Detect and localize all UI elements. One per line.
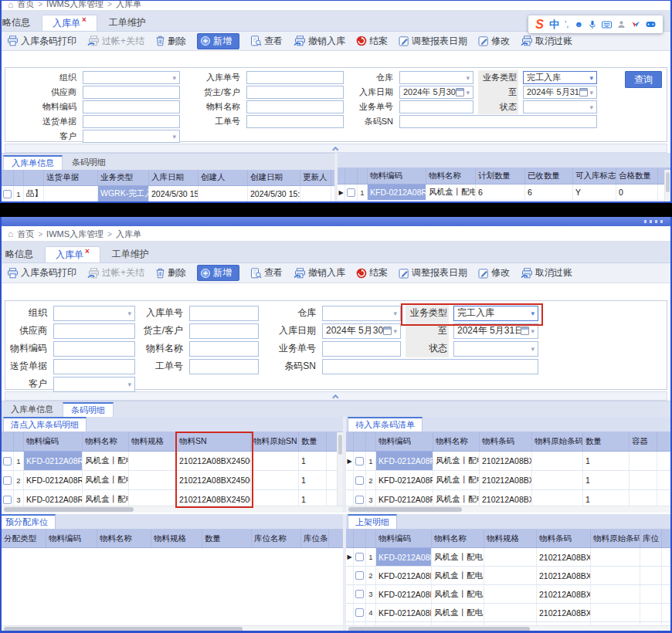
calendar-icon[interactable]: [383, 327, 392, 335]
field-status[interactable]: ▾: [523, 100, 597, 113]
table-row[interactable]: 2KFD-0212A08R-A0风机盒丨配电...210212A08BX2...…: [346, 471, 670, 490]
toolbar-button-2[interactable]: 删除: [155, 266, 186, 279]
toolbar-button-9[interactable]: 取消过账: [521, 35, 572, 48]
column-header[interactable]: 业务类型: [98, 170, 149, 185]
breadcrumb-item[interactable]: 首页: [17, 1, 34, 10]
scrollbar-thumb[interactable]: [348, 507, 462, 512]
column-header[interactable]: 容器: [630, 432, 657, 451]
field-material-name[interactable]: [189, 341, 259, 357]
field-barcode-sn[interactable]: [399, 115, 597, 128]
table-row[interactable]: ▶1KFD-0212A08R-A0风机盒丨配电...210212A08BX2..…: [346, 548, 670, 567]
field-material-name[interactable]: [246, 100, 344, 113]
tab-0[interactable]: 略信息: [0, 15, 40, 31]
column-header[interactable]: 物料名称: [432, 530, 484, 547]
panel-tab-prealloc[interactable]: 预分配库位: [0, 514, 56, 529]
horizontal-scrollbar[interactable]: [2, 506, 343, 513]
field-date-from[interactable]: 2024年 5月30日▾: [399, 86, 473, 99]
row-checkbox[interactable]: [355, 457, 364, 465]
row-checkbox[interactable]: [355, 571, 364, 580]
column-header[interactable]: 库位: [640, 530, 662, 547]
keyboard-icon[interactable]: [602, 21, 612, 29]
column-header[interactable]: 入库日期: [149, 170, 199, 185]
table-row[interactable]: 3KFD-0212A08R-A0风机盒丨配电...210212A08BX2450…: [2, 490, 343, 506]
person-icon[interactable]: [617, 20, 626, 29]
panel-tab-pending[interactable]: 待入库条码清单: [348, 417, 423, 432]
punctuation-icon[interactable]: ’,: [565, 20, 569, 29]
toolbar-button-6[interactable]: 结案: [356, 35, 388, 48]
toolbar-button-0[interactable]: 入库条码打印: [7, 35, 76, 48]
emoji-icon[interactable]: ☻: [574, 20, 583, 29]
column-header[interactable]: 物料原始条码: [591, 530, 640, 547]
field-delivery-doc[interactable]: [53, 359, 135, 374]
breadcrumb-item[interactable]: 首页: [17, 228, 34, 240]
column-header[interactable]: 分配类型: [2, 530, 46, 547]
field-date-from[interactable]: 2024年 5月30日▾: [322, 323, 401, 339]
field-status[interactable]: ▾: [453, 341, 538, 357]
field-date-to[interactable]: 2024年 5月31日▾: [453, 323, 538, 339]
row-checkbox[interactable]: [347, 188, 355, 197]
column-header[interactable]: 物料名称: [97, 530, 151, 547]
breadcrumb-item[interactable]: 入库单: [116, 1, 141, 10]
toolbar-button-8[interactable]: 修改: [478, 266, 510, 279]
toolbar-button-4[interactable]: 查看: [250, 266, 283, 279]
column-header[interactable]: 物料编码: [376, 530, 432, 547]
toolbar-button-5[interactable]: 撤销入库: [294, 266, 345, 279]
tab-1[interactable]: 入库单×: [45, 246, 100, 262]
column-header[interactable]: 创建日期: [248, 170, 300, 185]
toolbar-button-7[interactable]: 调整报表日期: [399, 266, 467, 279]
microphone-icon[interactable]: [589, 20, 596, 29]
tab-0[interactable]: 略信息: [0, 246, 43, 262]
toolbar-button-3[interactable]: 新增: [197, 33, 239, 49]
scrollbar-thumb[interactable]: [4, 627, 243, 631]
field-warehouse[interactable]: ▾: [399, 71, 473, 84]
row-checkbox[interactable]: [3, 457, 12, 465]
row-checkbox[interactable]: [355, 608, 364, 617]
field-work-order[interactable]: [189, 359, 259, 374]
panel-tab-shelving[interactable]: 上架明细: [348, 514, 397, 529]
toolbar-button-1[interactable]: 过帐+关结: [87, 35, 144, 48]
collapse-bar[interactable]: [5, 144, 667, 153]
skin-theme-icon[interactable]: [631, 20, 640, 29]
toolbar-button-6[interactable]: 结案: [356, 266, 388, 279]
table-row[interactable]: 4KFD-0212A08R-A0风机盒丨配电...210212A08BX2...: [346, 604, 670, 622]
field-org[interactable]: ▾: [53, 306, 135, 321]
column-header[interactable]: 已收数量: [525, 168, 573, 184]
column-header[interactable]: 物料编码: [368, 168, 426, 184]
vertical-scrollbar[interactable]: [664, 170, 670, 203]
detail-tab-1[interactable]: 条码明细: [63, 402, 114, 417]
calendar-icon[interactable]: [521, 327, 529, 335]
tab-2[interactable]: 工单维护: [102, 246, 159, 262]
column-header[interactable]: 计划数量: [476, 168, 525, 184]
table-row[interactable]: 1品】WGRK-完工入库2024/5/30 15:322024/5/30 15:…: [2, 186, 334, 202]
column-header[interactable]: 物料条码: [480, 432, 532, 451]
horizontal-scrollbar[interactable]: [2, 625, 343, 632]
tab-close-icon[interactable]: ×: [85, 247, 90, 256]
column-header[interactable]: 物料名称: [83, 432, 129, 451]
field-material-code[interactable]: [83, 100, 180, 113]
breadcrumb-item[interactable]: 入库单: [116, 228, 141, 240]
column-header[interactable]: 物料原始SN: [251, 432, 299, 451]
field-inbound-no[interactable]: [189, 306, 259, 321]
row-checkbox[interactable]: [3, 476, 12, 485]
table-row[interactable]: 1KFD-0212A08R-A0风机盒丨配电...210212A08BX2450…: [2, 452, 343, 471]
breadcrumb-item[interactable]: IWMS入库管理: [46, 1, 104, 10]
table-row[interactable]: 2KFD-0212A08R-A0风机盒丨配电...210212A08BX2450…: [2, 471, 343, 490]
scrollbar-thumb[interactable]: [338, 435, 342, 455]
toolbar-button-7[interactable]: 调整报表日期: [399, 35, 467, 48]
table-row[interactable]: 3KFD-0212A08R-A0风机盒丨配电...210212A08BX2...: [346, 585, 670, 604]
row-checkbox[interactable]: [355, 496, 364, 504]
row-checkbox[interactable]: [355, 476, 364, 485]
table-row[interactable]: 3KFD-0212A08R-A0风机盒丨配电...210212A08BX2...…: [346, 490, 670, 506]
field-supplier[interactable]: [53, 323, 135, 339]
column-header[interactable]: 库位条: [301, 530, 329, 547]
scrollbar-thumb[interactable]: [4, 507, 134, 512]
tab-1[interactable]: 入库单×: [42, 15, 97, 31]
column-header[interactable]: 物料编码: [376, 432, 433, 451]
field-org[interactable]: ▾: [83, 71, 180, 84]
field-work-order[interactable]: [246, 115, 344, 128]
toolbar-button-1[interactable]: 过帐+关结: [87, 266, 144, 279]
field-delivery-doc[interactable]: [83, 115, 180, 128]
gamepad-icon[interactable]: [646, 21, 656, 28]
toolbar-button-3[interactable]: 新增: [197, 265, 239, 281]
row-checkbox[interactable]: [355, 553, 364, 561]
